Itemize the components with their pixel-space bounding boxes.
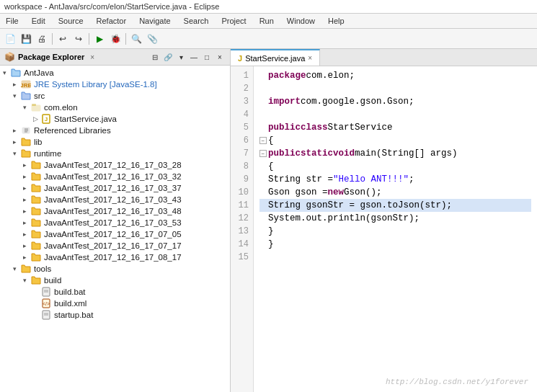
tree-arrow-src[interactable]: ▾ (13, 92, 20, 99)
tree-item-buildbat[interactable]: build.bat (0, 286, 230, 298)
menu-item-window[interactable]: Window (284, 15, 318, 27)
line-num-3: 3 (234, 95, 249, 108)
package-explorer-panel: 📦 Package Explorer × ⊟ 🔗 ▾ — □ × ▾AntJav… (0, 49, 231, 392)
tree-item-r3[interactable]: ▸JavaAntTest_2017_12_16_17_03_37 (0, 182, 230, 194)
tree-arrow-antjava[interactable]: ▾ (3, 69, 10, 76)
line-num-4: 4 (234, 108, 249, 121)
tree-arrow-r9[interactable]: ▸ (23, 254, 30, 261)
toolbar-save[interactable]: 💾 (19, 32, 33, 46)
tree-label-r5: JavaAntTest_2017_12_16_17_03_48 (44, 207, 182, 215)
tree-item-runtime[interactable]: ▾runtime (0, 148, 230, 159)
pe-close[interactable]: × (214, 51, 226, 63)
pe-menu[interactable]: ▾ (175, 51, 187, 63)
tree-icon-buildbat (40, 287, 52, 297)
toolbar-sep-1 (52, 33, 53, 45)
tree-label-build: build (44, 276, 61, 285)
tree-icon-r3 (30, 183, 42, 193)
tree-item-r9[interactable]: ▸JavaAntTest_2017_12_16_17_08_17 (0, 251, 230, 263)
tree-arrow-lib[interactable]: ▸ (13, 138, 20, 146)
tree-item-build[interactable]: ▾build (0, 275, 230, 286)
token: "Hello ANT!!!" (333, 173, 409, 186)
tree-item-r5[interactable]: ▸JavaAntTest_2017_12_16_17_03_48 (0, 205, 230, 217)
menu-item-project[interactable]: Project (218, 15, 249, 27)
tree-label-r8: JavaAntTest_2017_12_16_17_07_17 (44, 241, 182, 250)
line-num-15: 15 (234, 251, 249, 264)
menu-item-search[interactable]: Search (181, 15, 212, 27)
tree-item-reflibs[interactable]: ▸Referenced Libraries (0, 125, 230, 136)
fold-btn-7[interactable]: − (259, 150, 267, 157)
token: Gson(); (344, 186, 382, 199)
pe-minimize[interactable]: — (188, 51, 200, 63)
tree-item-r7[interactable]: ▸JavaAntTest_2017_12_16_17_07_05 (0, 228, 230, 240)
tree-arrow-r4[interactable]: ▸ (23, 196, 30, 203)
menu-item-source[interactable]: Source (56, 15, 86, 27)
tree-item-com.elon[interactable]: ▾com.elon (0, 102, 230, 113)
tree-arrow-reflibs[interactable]: ▸ (13, 127, 20, 134)
menu-item-help[interactable]: Help (325, 15, 347, 27)
tree-arrow-r5[interactable]: ▸ (23, 208, 30, 215)
tree-item-startupbat[interactable]: startup.bat (0, 309, 230, 321)
tree-icon-com.elon (30, 102, 42, 112)
toolbar-search[interactable]: 🔍 (129, 32, 143, 46)
tree-item-buildxml[interactable]: </>build.xml (0, 298, 230, 309)
tree-label-buildbat: build.bat (54, 288, 85, 296)
tree-arrow-build[interactable]: ▾ (23, 277, 30, 284)
pe-close-icon[interactable]: × (90, 53, 94, 61)
toolbar-debug[interactable]: 🐞 (108, 32, 123, 46)
code-line-4 (259, 108, 531, 121)
tree-arrow-startservice[interactable]: ▷ (33, 115, 40, 122)
menu-item-navigate[interactable]: Navigate (136, 15, 173, 27)
toolbar-undo[interactable]: ↩ (56, 32, 70, 46)
pe-toolbar-icons: ⊟ 🔗 ▾ — □ × (149, 51, 226, 63)
tree-item-jre[interactable]: ▸JREJRE System Library [JavaSE-1.8] (0, 79, 230, 90)
tree-item-src[interactable]: ▾src (0, 90, 230, 102)
tree-arrow-r8[interactable]: ▸ (23, 242, 30, 249)
toolbar-new[interactable]: 📄 (3, 32, 17, 46)
menu-item-refactor[interactable]: Refactor (94, 15, 130, 27)
tree-arrow-jre[interactable]: ▸ (13, 81, 20, 88)
toolbar-print[interactable]: 🖨 (35, 32, 49, 46)
fold-btn-6[interactable]: − (259, 137, 267, 144)
tree-label-r7: JavaAntTest_2017_12_16_17_07_05 (44, 230, 182, 239)
tree-arrow-runtime[interactable]: ▾ (13, 150, 20, 157)
svg-rect-3 (32, 104, 36, 106)
toolbar-run[interactable]: ▶ (92, 32, 107, 46)
tree-arrow-tools[interactable]: ▾ (13, 265, 20, 272)
tree-icon-antjava (10, 68, 22, 78)
tree-item-lib[interactable]: ▸lib (0, 136, 230, 148)
token: public (268, 147, 301, 160)
tree-item-r6[interactable]: ▸JavaAntTest_2017_12_16_17_03_53 (0, 217, 230, 228)
token: StartService (328, 121, 393, 134)
toolbar-refs[interactable]: 📎 (145, 32, 159, 46)
code-line-9: String str = "Hello ANT!!!"; (259, 173, 531, 186)
tree-item-tools[interactable]: ▾tools (0, 263, 230, 275)
line-num-10: 10 (234, 186, 249, 199)
pe-collapse-all[interactable]: ⊟ (149, 51, 161, 63)
editor-tab-startservice[interactable]: J StartService.java × (231, 49, 320, 66)
tree-item-r1[interactable]: ▸JavaAntTest_2017_12_16_17_03_28 (0, 159, 230, 171)
tree-item-r8[interactable]: ▸JavaAntTest_2017_12_16_17_07_17 (0, 240, 230, 251)
tree-arrow-r7[interactable]: ▸ (23, 231, 30, 238)
pe-maximize[interactable]: □ (201, 51, 213, 63)
menu-item-file[interactable]: File (3, 15, 22, 27)
tree-item-r4[interactable]: ▸JavaAntTest_2017_12_16_17_03_43 (0, 194, 230, 205)
tree-item-antjava[interactable]: ▾AntJava (0, 67, 230, 79)
tree-arrow-r2[interactable]: ▸ (23, 173, 30, 180)
tab-close-icon[interactable]: × (308, 54, 312, 62)
tree-arrow-r6[interactable]: ▸ (23, 219, 30, 226)
toolbar-redo[interactable]: ↪ (71, 32, 86, 46)
tree-item-startservice[interactable]: ▷JStartService.java (0, 113, 230, 125)
tree-arrow-r3[interactable]: ▸ (23, 184, 30, 192)
editor-content[interactable]: 123456789101112131415 package com.elon;i… (231, 66, 537, 392)
tree-arrow-r1[interactable]: ▸ (23, 161, 30, 169)
menu-item-run[interactable]: Run (257, 15, 277, 27)
pe-header: 📦 Package Explorer × ⊟ 🔗 ▾ — □ × (0, 49, 230, 66)
menu-item-edit[interactable]: Edit (29, 15, 48, 27)
pe-link-editor[interactable]: 🔗 (162, 51, 174, 63)
token: import (268, 95, 301, 108)
tree-icon-jre: JRE (20, 79, 32, 89)
tree-item-r2[interactable]: ▸JavaAntTest_2017_12_16_17_03_32 (0, 171, 230, 182)
tree-icon-startupbat (40, 310, 52, 320)
code-line-12: System.out.println(gsonStr); (259, 212, 531, 225)
tree-arrow-com.elon[interactable]: ▾ (23, 104, 30, 111)
